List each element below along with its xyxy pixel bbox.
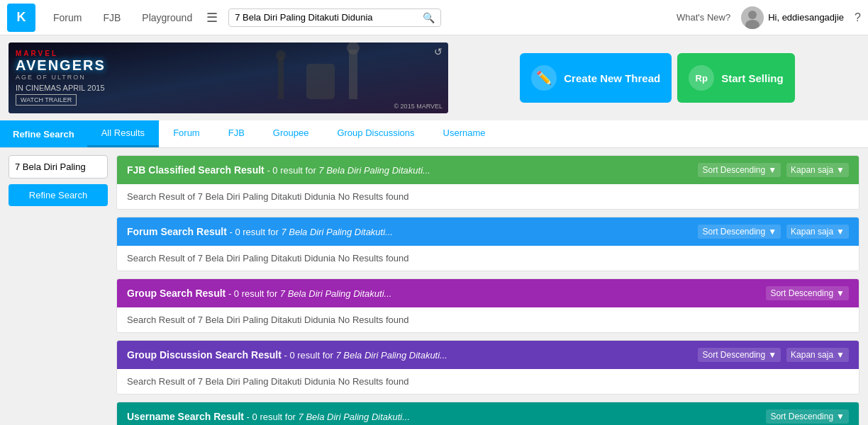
forum-result-title: Forum Search Result - 0 result for 7 Bel… bbox=[127, 226, 393, 237]
sidebar-search-input[interactable] bbox=[9, 155, 108, 178]
banner-refresh-icon[interactable]: ↺ bbox=[434, 46, 443, 57]
fjb-time-dropdown[interactable]: Kapan saja ▼ bbox=[786, 163, 849, 177]
start-selling-label: Start Selling bbox=[721, 72, 784, 84]
forum-result-header: Forum Search Result - 0 result for 7 Bel… bbox=[117, 217, 859, 246]
fjb-result-header: FJB Classified Search Result - 0 result … bbox=[117, 156, 859, 184]
tab-username[interactable]: Username bbox=[429, 120, 500, 147]
forum-time-dropdown[interactable]: Kapan saja ▼ bbox=[786, 225, 849, 239]
avatar-image bbox=[741, 6, 764, 29]
tab-fjb[interactable]: FJB bbox=[214, 120, 259, 147]
svg-point-1 bbox=[748, 11, 757, 19]
search-bar: 🔍 bbox=[228, 8, 441, 27]
group-discussion-result-section: Group Discussion Search Result - 0 resul… bbox=[116, 340, 859, 395]
forum-result-section: Forum Search Result - 0 result for 7 Bel… bbox=[116, 217, 859, 271]
header: K Forum FJB Playground ☰ 🔍 What's New? H… bbox=[0, 0, 868, 35]
help-icon[interactable]: ? bbox=[855, 11, 861, 24]
username-result-title: Username Search Result - 0 result for 7 … bbox=[127, 411, 410, 422]
group-result-header: Group Search Result - 0 result for 7 Bel… bbox=[117, 279, 859, 307]
tabs-bar: Refine Search All Results Forum FJB Grou… bbox=[0, 120, 868, 148]
svg-rect-7 bbox=[349, 50, 357, 99]
tab-forum[interactable]: Forum bbox=[159, 120, 214, 147]
nav-playground[interactable]: Playground bbox=[138, 8, 196, 27]
chevron-down-icon: ▼ bbox=[836, 412, 845, 421]
username-result-controls: Sort Descending ▼ bbox=[766, 409, 849, 424]
group-result-controls: Sort Descending ▼ bbox=[766, 286, 849, 300]
sidebar-refine-button[interactable]: Refine Search bbox=[9, 184, 108, 206]
banner-area: MARVEL AVENGERS AGE OF ULTRON IN CINEMAS… bbox=[0, 35, 868, 120]
results-area: FJB Classified Search Result - 0 result … bbox=[116, 155, 859, 425]
group-discussion-result-header: Group Discussion Search Result - 0 resul… bbox=[117, 341, 859, 369]
group-sort-dropdown[interactable]: Sort Descending ▼ bbox=[766, 286, 849, 300]
chevron-down-icon: ▼ bbox=[836, 165, 845, 175]
group-discussion-result-title: Group Discussion Search Result - 0 resul… bbox=[127, 349, 447, 361]
chevron-down-icon: ▼ bbox=[768, 227, 777, 237]
refine-search-tab[interactable]: Refine Search bbox=[0, 120, 87, 147]
rp-icon: Rp bbox=[689, 65, 714, 91]
banner-copyright: © 2015 MARVEL bbox=[394, 103, 443, 110]
fjb-result-title: FJB Classified Search Result - 0 result … bbox=[127, 164, 430, 176]
group-result-body: Search Result of 7 Bela Diri Paling Dita… bbox=[117, 307, 859, 332]
group-discussion-result-body: Search Result of 7 Bela Diri Paling Dita… bbox=[117, 369, 859, 394]
whats-new-link[interactable]: What's New? bbox=[677, 12, 730, 23]
chevron-down-icon: ▼ bbox=[836, 227, 845, 237]
group-result-section: Group Search Result - 0 result for 7 Bel… bbox=[116, 278, 859, 333]
chevron-down-icon: ▼ bbox=[836, 350, 845, 360]
hamburger-icon[interactable]: ☰ bbox=[203, 6, 221, 29]
username-label: Hi, eddiesangadjie bbox=[768, 12, 844, 23]
logo-text: K bbox=[17, 10, 26, 25]
nav-forum[interactable]: Forum bbox=[50, 8, 85, 27]
username-result-header: Username Search Result - 0 result for 7 … bbox=[117, 402, 859, 425]
fjb-result-body: Search Result of 7 Bela Diri Paling Dita… bbox=[117, 184, 859, 209]
fjb-sort-dropdown[interactable]: Sort Descending ▼ bbox=[698, 163, 781, 177]
svg-rect-4 bbox=[278, 57, 284, 99]
logo[interactable]: K bbox=[7, 4, 35, 32]
group-discussion-sort-dropdown[interactable]: Sort Descending ▼ bbox=[698, 348, 781, 362]
user-info: Hi, eddiesangadjie bbox=[741, 6, 844, 29]
chevron-down-icon: ▼ bbox=[768, 350, 777, 360]
fjb-result-controls: Sort Descending ▼ Kapan saja ▼ bbox=[698, 163, 849, 177]
svg-rect-6 bbox=[306, 64, 335, 99]
nav-fjb[interactable]: FJB bbox=[99, 8, 124, 27]
forum-result-controls: Sort Descending ▼ Kapan saja ▼ bbox=[698, 225, 849, 239]
chevron-down-icon: ▼ bbox=[768, 165, 777, 175]
username-sort-dropdown[interactable]: Sort Descending ▼ bbox=[766, 409, 849, 424]
create-thread-label: Create New Thread bbox=[564, 72, 660, 84]
group-result-title: Group Search Result - 0 result for 7 Bel… bbox=[127, 288, 391, 299]
username-result-section: Username Search Result - 0 result for 7 … bbox=[116, 402, 859, 425]
forum-sort-dropdown[interactable]: Sort Descending ▼ bbox=[698, 225, 781, 239]
main-layout: Refine Search FJB Classified Search Resu… bbox=[0, 148, 868, 425]
sidebar: Refine Search bbox=[9, 155, 108, 425]
search-button[interactable]: 🔍 bbox=[423, 12, 435, 23]
tab-group-discussions[interactable]: Group Discussions bbox=[323, 120, 428, 147]
forum-result-body: Search Result of 7 Bela Diri Paling Dita… bbox=[117, 246, 859, 271]
chevron-down-icon: ▼ bbox=[836, 288, 845, 298]
fjb-result-section: FJB Classified Search Result - 0 result … bbox=[116, 155, 859, 210]
pencil-icon: ✏️ bbox=[531, 65, 557, 91]
banner-marvel-text: MARVEL AVENGERS AGE OF ULTRON IN CINEMAS… bbox=[16, 50, 106, 106]
create-thread-button[interactable]: ✏️ Create New Thread bbox=[520, 53, 672, 103]
header-right: What's New? Hi, eddiesangadjie ? bbox=[677, 6, 861, 29]
search-input[interactable] bbox=[235, 12, 423, 23]
main-nav: Forum FJB Playground bbox=[50, 8, 196, 27]
banner-image: MARVEL AVENGERS AGE OF ULTRON IN CINEMAS… bbox=[9, 42, 448, 113]
start-selling-button[interactable]: Rp Start Selling bbox=[677, 53, 795, 103]
svg-point-5 bbox=[276, 50, 286, 60]
tab-all-results[interactable]: All Results bbox=[87, 120, 159, 147]
tab-groupee[interactable]: Groupee bbox=[259, 120, 323, 147]
group-discussion-result-controls: Sort Descending ▼ Kapan saja ▼ bbox=[698, 348, 849, 362]
avatar[interactable] bbox=[741, 6, 764, 29]
action-buttons: ✏️ Create New Thread Rp Start Selling bbox=[455, 53, 859, 103]
group-discussion-time-dropdown[interactable]: Kapan saja ▼ bbox=[786, 348, 849, 362]
